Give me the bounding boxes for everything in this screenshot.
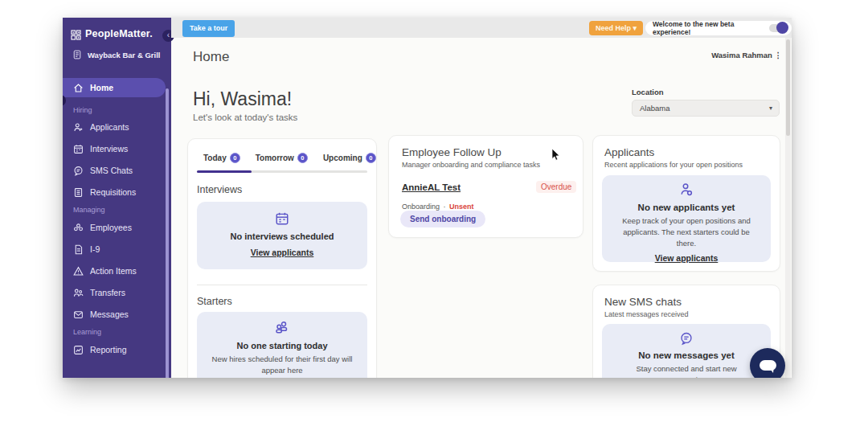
tab-tomorrow[interactable]: Tomorrow 0 bbox=[256, 153, 308, 163]
i9-document-icon bbox=[73, 244, 84, 255]
sidebar-item-label: Applicants bbox=[90, 122, 129, 132]
sidebar-item-label: Interviews bbox=[90, 144, 128, 154]
location-dropdown[interactable]: Alabama ▾ bbox=[632, 100, 780, 117]
report-chart-icon bbox=[73, 345, 84, 355]
sidebar-item-applicants[interactable]: Applicants bbox=[63, 117, 166, 137]
need-help-label: Need Help bbox=[596, 24, 631, 32]
page-scrollbar[interactable] bbox=[785, 38, 791, 378]
sidebar-item-requisitions[interactable]: Requisitions bbox=[63, 182, 166, 202]
sidebar-item-action-items[interactable]: Action Items bbox=[63, 261, 166, 281]
send-onboarding-button[interactable]: Send onboarding bbox=[400, 211, 485, 227]
home-icon bbox=[73, 83, 84, 93]
sidebar-item-home[interactable]: Home bbox=[63, 78, 166, 97]
tab-count-badge: 0 bbox=[366, 153, 376, 163]
starters-empty-title: No one starting today bbox=[211, 341, 353, 350]
overdue-status-badge: Overdue bbox=[536, 181, 576, 193]
employee-name-link[interactable]: AnnieAL Test bbox=[402, 182, 461, 192]
people-group-icon bbox=[274, 325, 290, 338]
beta-banner-text: Welcome to the new beta experience! bbox=[653, 20, 764, 36]
sidebar-item-label: Home bbox=[90, 83, 113, 92]
mouse-cursor-icon bbox=[551, 149, 560, 165]
user-name: Wasima Rahman bbox=[711, 51, 772, 59]
sidebar-item-label: Requisitions bbox=[90, 187, 136, 197]
starters-section-title: Starters bbox=[197, 296, 232, 307]
peoplematter-grid-logo-icon bbox=[71, 29, 81, 39]
greeting-subtitle: Let's look at today's tasks bbox=[193, 113, 297, 122]
tab-indicator-active bbox=[197, 170, 252, 173]
location-value: Alabama bbox=[640, 104, 670, 113]
tab-count-badge: 0 bbox=[297, 153, 308, 163]
beta-banner: Welcome to the new beta experience! bbox=[645, 21, 792, 35]
beta-toggle[interactable] bbox=[769, 24, 787, 32]
view-applicants-link[interactable]: View applicants bbox=[613, 253, 760, 263]
stage-label: Onboarding bbox=[402, 203, 440, 211]
section-divider bbox=[197, 285, 367, 285]
sidebar-section-learning: Learning bbox=[73, 328, 101, 336]
tab-label: Today bbox=[203, 154, 227, 162]
tasks-tabs: Today 0 Tomorrow 0 Upcoming 0 bbox=[203, 153, 376, 163]
list-document-icon bbox=[73, 187, 84, 198]
sms-title: New SMS chats bbox=[604, 296, 682, 308]
sidebar-item-messages[interactable]: Messages bbox=[63, 305, 166, 324]
interviews-empty-card: No interviews scheduled View applicants bbox=[197, 202, 367, 269]
kebab-menu-icon[interactable]: ⋮ bbox=[775, 51, 783, 59]
follow-up-subtitle: Manager onboarding and compliance tasks bbox=[402, 161, 540, 169]
sidebar-item-label: Reporting bbox=[90, 345, 127, 354]
location-label: Location bbox=[632, 88, 664, 96]
tab-indicator-track bbox=[197, 170, 367, 173]
applicants-empty-card: No new applicants yet Keep track of your… bbox=[602, 175, 771, 262]
people-transfer-icon bbox=[73, 288, 84, 298]
sidebar-item-interviews[interactable]: Interviews bbox=[63, 139, 166, 158]
sidebar-item-sms-chats[interactable]: SMS Chats bbox=[63, 161, 166, 180]
sidebar: PeopleMatter. ‹ Wayback Bar & Grill Home… bbox=[63, 18, 171, 378]
sidebar-item-employees[interactable]: Employees bbox=[63, 218, 166, 237]
sidebar-item-label: I-9 bbox=[90, 244, 100, 254]
interviews-section-title: Interviews bbox=[197, 184, 242, 195]
chevron-down-icon: ▾ bbox=[769, 100, 772, 116]
tab-label: Upcoming bbox=[323, 154, 362, 162]
sidebar-item-label: Employees bbox=[90, 223, 132, 232]
app-window: PeopleMatter. ‹ Wayback Bar & Grill Home… bbox=[63, 18, 792, 378]
sidebar-section-managing: Managing bbox=[73, 206, 105, 214]
starters-empty-text: New hires scheduled for their first day … bbox=[211, 354, 353, 376]
need-help-button[interactable]: Need Help ▾ bbox=[589, 21, 643, 35]
chat-widget-button[interactable] bbox=[750, 348, 785, 378]
sms-empty-title: No new messages yet bbox=[612, 350, 761, 360]
stage-separator: · bbox=[444, 203, 446, 211]
view-applicants-link[interactable]: View applicants bbox=[197, 248, 367, 257]
chat-ellipsis-icon bbox=[679, 334, 694, 348]
calendar-icon bbox=[275, 215, 289, 228]
chat-bubble-icon bbox=[73, 166, 84, 176]
unsent-status: Unsent bbox=[449, 203, 474, 211]
user-menu[interactable]: Wasima Rahman ⋮ bbox=[63, 51, 782, 59]
sms-subtitle: Latest messages received bbox=[604, 310, 689, 318]
sidebar-item-transfers[interactable]: Transfers bbox=[63, 283, 166, 302]
sidebar-item-label: Transfers bbox=[90, 288, 125, 297]
sms-empty-text: Stay connected and start new conversatio… bbox=[612, 363, 761, 378]
sidebar-item-label: SMS Chats bbox=[90, 166, 133, 175]
sidebar-item-label: Action Items bbox=[90, 266, 137, 276]
interviews-empty-title: No interviews scheduled bbox=[197, 231, 367, 241]
person-add-icon bbox=[73, 122, 84, 133]
tab-upcoming[interactable]: Upcoming 0 bbox=[323, 153, 376, 163]
message-square-icon bbox=[73, 309, 84, 320]
chat-bubble-icon bbox=[750, 348, 785, 378]
tab-count-badge: 0 bbox=[230, 153, 240, 163]
applicants-empty-text: Keep track of your open positions and ap… bbox=[613, 215, 760, 248]
sms-empty-card: No new messages yet Stay connected and s… bbox=[602, 324, 771, 378]
calendar-icon bbox=[73, 144, 84, 154]
applicants-title: Applicants bbox=[604, 146, 654, 158]
take-a-tour-button[interactable]: Take a tour bbox=[182, 20, 235, 37]
toggle-knob bbox=[776, 22, 788, 34]
sidebar-item-reporting[interactable]: Reporting bbox=[63, 340, 166, 359]
sidebar-scrollbar[interactable] bbox=[166, 88, 169, 378]
sidebar-section-hiring: Hiring bbox=[73, 106, 92, 114]
applicants-subtitle: Recent applications for your open positi… bbox=[604, 161, 743, 169]
brand-name: PeopleMatter. bbox=[85, 28, 153, 39]
person-add-icon bbox=[678, 186, 694, 200]
tab-today[interactable]: Today 0 bbox=[203, 153, 240, 163]
sidebar-item-i9[interactable]: I-9 bbox=[63, 240, 166, 259]
greeting-title: Hi, Wasima! bbox=[193, 88, 292, 110]
sidebar-item-label: Messages bbox=[90, 309, 129, 319]
team-icon bbox=[73, 223, 84, 233]
